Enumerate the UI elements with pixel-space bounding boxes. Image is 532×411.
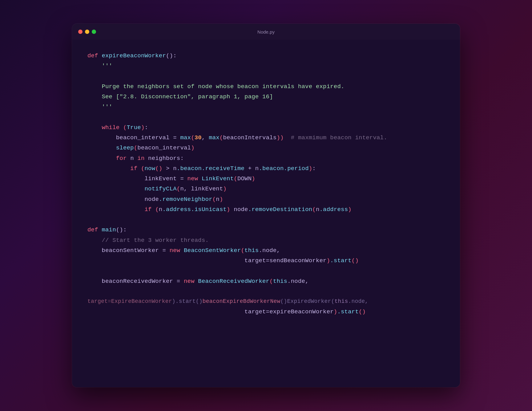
editor-window: Node.py def expireBeaconWorker(): ''' Pu… [72, 24, 460, 387]
close-button[interactable] [78, 30, 83, 34]
code-line: if (n.address.isUnicast) node.removeDest… [87, 205, 445, 215]
code-line: def expireBeaconWorker(): [87, 51, 445, 61]
code-editor: def expireBeaconWorker(): ''' Purge the … [72, 40, 460, 387]
code-line-empty [87, 71, 445, 82]
code-line: if (now() > n.beacon.receiveTime + n.bea… [87, 164, 445, 174]
code-line-empty [87, 266, 445, 276]
maximize-button[interactable] [92, 30, 96, 34]
code-line: Purge the neighbors set of node whose be… [87, 82, 445, 92]
code-line: for n in neighbors: [87, 153, 445, 164]
code-line: def main(): [87, 225, 445, 235]
titlebar: Node.py [72, 24, 460, 40]
code-line-empty [87, 112, 445, 123]
code-line-empty [87, 215, 445, 225]
code-line: target=sendBeaconWorker).start() [87, 256, 445, 266]
overlapping-lines: target=ExpireBeaconWorker).start()beacon… [87, 297, 445, 317]
code-line: notifyCLA(n, linkEvent) [87, 184, 445, 194]
minimize-button[interactable] [85, 30, 89, 34]
code-line: sleep(beacon_interval) [87, 143, 445, 153]
code-line-overlap-1: target=ExpireBeaconWorker).start()beacon… [87, 297, 368, 307]
code-line: ''' [87, 61, 445, 71]
traffic-lights [78, 30, 96, 34]
code-line: node.removeNeighbor(n) [87, 194, 445, 205]
code-line: linkEvent = new LinkEvent(DOWN) [87, 174, 445, 184]
window-title: Node.py [257, 29, 275, 35]
code-line: // Start the 3 worker threads. [87, 235, 445, 246]
code-line-overlap-2: target=expireBeaconWorker).start() [87, 307, 366, 317]
code-line: ''' [87, 102, 445, 112]
code-line: beacon_interval = max(30, max(beaconInte… [87, 133, 445, 143]
code-line: See ["2.8. Disconnection", paragraph 1, … [87, 92, 445, 102]
code-line: beaconSentWorker = new BeaconSentWorker(… [87, 246, 445, 256]
code-line-empty [87, 287, 445, 297]
code-line-while: while (True): [87, 123, 445, 133]
code-line: beaconReceivedWorker = new BeaconReceive… [87, 276, 445, 287]
